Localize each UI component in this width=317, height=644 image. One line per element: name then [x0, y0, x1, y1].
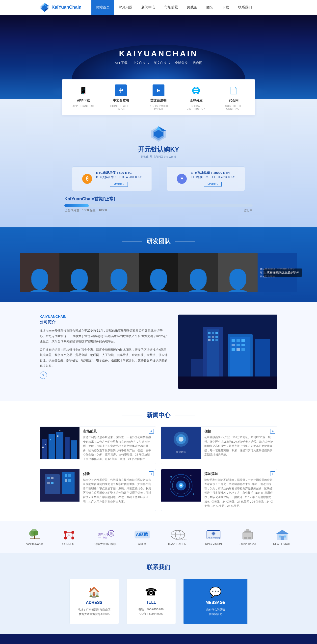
news-plus-0[interactable]: + [149, 429, 154, 434]
svg-rect-111 [278, 536, 280, 538]
tell-title: TELL [146, 600, 156, 604]
about-building-image [178, 314, 278, 389]
partner-nature[interactable]: back to Nature [26, 528, 44, 546]
ico-progress-section: KaiYuanChain首期[正常] 已全球分发：1300 品量：10000 进… [64, 196, 252, 212]
quick-link-cn-wp[interactable]: 中 中文白皮书 CHINESE WHITE PAPER [106, 84, 136, 110]
svg-rect-27 [236, 339, 240, 342]
svg-rect-61 [47, 482, 50, 484]
svg-text:清: 清 [110, 532, 113, 535]
tell-text: 电话：400-6756-899QQ群：599344646 [138, 607, 164, 616]
coin-title: 开元链认购KY [138, 145, 179, 154]
quick-link-global[interactable]: 🌐 全球分发 GLOBAL DISTRIBUTION [181, 84, 211, 110]
market-row: ₿ BTC市场总值：500 BTC BTC兑换汇率：1 BTC = 28000 … [0, 166, 317, 191]
btc-inner: ₿ BTC市场总值：500 BTC BTC兑换汇率：1 BTC = 28000 … [82, 171, 142, 187]
btc-total: BTC市场总值：500 BTC [96, 171, 142, 175]
nav-market[interactable]: 市场前景 [160, 0, 182, 15]
news-text-0: 比特币利好消息不断涌来，据报道，一名外国公司的金融专家表示：二分之一的公司都将在… [83, 435, 152, 462]
svg-rect-21 [208, 339, 210, 341]
partner-studio[interactable]: Studio House [239, 528, 256, 546]
quick-link-contract-sub: SUBSTITUTE CONTRACT [219, 105, 248, 110]
about-section: KAIYUANCHAIN 公司简介 深圳市未来云链科技有限公司成立于2014年1… [0, 302, 317, 401]
svg-point-52 [178, 437, 184, 442]
team-section-title: 研发团队 [0, 237, 317, 245]
svg-rect-15 [208, 332, 210, 334]
hero-title: KAIYUANCHAIN [119, 49, 198, 58]
partner-connect[interactable]: CONNECT [60, 528, 78, 546]
nav-faq[interactable]: 常见问题 [114, 0, 137, 15]
news-circle-svg [161, 470, 201, 502]
news-img-3 [161, 470, 201, 502]
quick-link-app-label: APP下载 [77, 98, 90, 103]
btc-more-btn[interactable]: MORE > [110, 182, 128, 187]
logo[interactable]: KaiYuanChain [40, 2, 82, 12]
btc-rate: BTC兑换汇率：1 BTC = 28000 KY [96, 175, 142, 179]
quick-link-contract[interactable]: 📄 代合同 SUBSTITUTE CONTRACT [219, 84, 248, 110]
ico-title: KaiYuanChain首期[正常] [64, 196, 252, 202]
address-icon: 🏠 [88, 586, 100, 598]
eth-total: ETH市场总值：10000 ETH [191, 171, 235, 175]
news-title-1: 便捷 [204, 429, 274, 434]
news-img-1: 便捷网络 [161, 427, 201, 459]
svg-rect-112 [284, 536, 286, 538]
hero-link-cn[interactable]: 中文白皮书 [133, 61, 149, 65]
nav-team[interactable]: 团队 [202, 0, 218, 15]
svg-rect-106 [244, 537, 247, 539]
nav-roadmap[interactable]: 路线图 [182, 0, 202, 15]
person-silhouette-5: 👤 [183, 270, 214, 292]
svg-rect-59 [65, 474, 67, 477]
hero-link-contract[interactable]: 代合同 [193, 61, 202, 65]
nav-news[interactable]: 新闻中心 [137, 0, 160, 15]
partner-nature-logo [26, 528, 43, 541]
svg-rect-107 [248, 537, 251, 539]
partner-connect-name: CONNECT [62, 542, 76, 546]
partner-travel[interactable]: TRAVEL AGENT TRAVEL AGENT [168, 528, 188, 546]
svg-rect-19 [212, 336, 214, 338]
svg-point-101 [212, 532, 215, 535]
svg-rect-20 [216, 336, 218, 338]
svg-rect-43 [71, 440, 77, 459]
news-section-title: 新闻中心 [40, 411, 278, 419]
nav-home[interactable]: 网站首页 [92, 0, 114, 15]
svg-text:TMT协会: TMT协会 [98, 536, 107, 539]
footer: KaiYuanChain [0, 634, 317, 644]
address-title: ADRESS [86, 600, 102, 605]
svg-rect-46 [50, 439, 51, 440]
eth-inner: Ξ ETH市场总值：10000 ETH ETH兑换汇率：1 ETH = 2300… [177, 171, 235, 187]
quick-link-en-wp[interactable]: E 英文白皮书 ENGLISH WHITE PAPER [144, 84, 173, 110]
svg-rect-30 [236, 344, 240, 346]
partner-ai-logo: AI延腾 [134, 528, 151, 541]
progress-right: 进行中 [244, 208, 252, 212]
news-plus-2[interactable]: + [149, 471, 154, 476]
svg-rect-16 [212, 332, 214, 334]
studio-logo-icon [239, 528, 256, 541]
quick-link-app[interactable]: 📱 APP下载 APP DOWNLOAD [68, 84, 98, 110]
eth-info: ETH市场总值：10000 ETH ETH兑换汇率：1 ETH = 2300 K… [191, 171, 235, 187]
nav-contact[interactable]: 联系我们 [234, 0, 256, 15]
nav-download[interactable]: 下载 [218, 0, 234, 15]
news-content-0: 市场前景 比特币利好消息不断涌来，据报道，一名外国公司的金融专家表示：二分之一的… [80, 427, 156, 464]
partner-connect-logo [60, 528, 78, 541]
partner-king[interactable]: KING VISION KING VISION [205, 528, 222, 546]
news-plus-1[interactable]: + [270, 429, 275, 434]
news-img-2 [40, 470, 80, 502]
person-silhouette-4: 👤 [143, 270, 174, 292]
news-city-svg [40, 427, 80, 459]
partner-realestate[interactable]: REAL ESTATE [273, 528, 291, 546]
hero-link-en[interactable]: 英文白皮书 [154, 61, 170, 65]
cn-wp-icon: 中 [115, 84, 127, 96]
news-img-0 [40, 427, 80, 459]
svg-rect-42 [65, 437, 70, 459]
partner-ai-name: AI延腾 [138, 542, 146, 546]
hero-link-dist[interactable]: 全球分发 [175, 61, 188, 65]
partner-tsinghua[interactable]: 清华大学 TMT协会 清 清华大学TMT协会 [94, 528, 117, 546]
contact-section: 联系我们 🏠 ADRESS 地址：广东省深圳市南山区梦海大道靠海营号A座805 … [0, 553, 317, 634]
app-download-icon: 📱 [78, 84, 90, 96]
hero-link-app[interactable]: APP下载 [115, 61, 128, 65]
about-more-button[interactable]: > [40, 372, 47, 379]
news-text-2: 城市化技术发展背景，作为现有在技术的前沿区块链未来直接的整合规则的成为这个数字时… [83, 478, 152, 504]
eth-more-btn[interactable]: MORE > [204, 182, 222, 187]
news-plus-3[interactable]: + [270, 471, 275, 476]
news-title-2: 优势 [83, 472, 152, 476]
progress-bar-bg [64, 204, 252, 207]
partner-ai[interactable]: AI延腾 AI延腾 [134, 528, 151, 546]
